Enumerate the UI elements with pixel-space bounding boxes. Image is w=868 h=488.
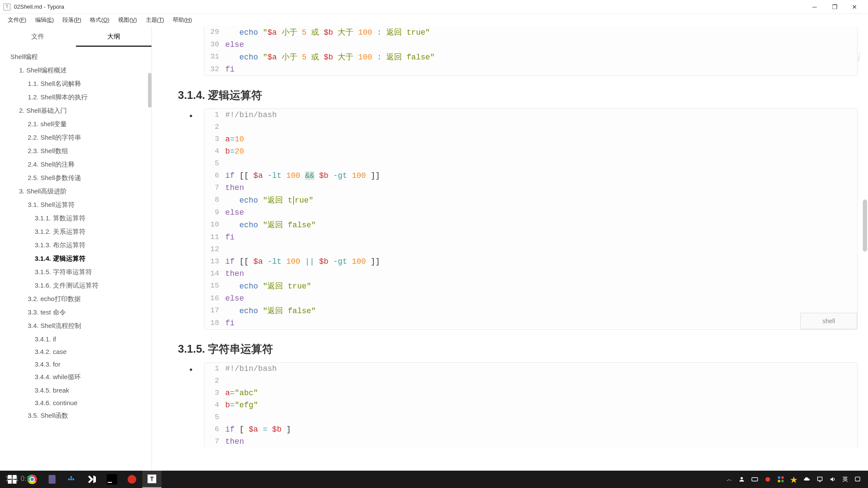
outline-item[interactable]: 3.4. Shell流程控制 <box>0 319 151 333</box>
outline-item[interactable]: 3.4.4. while循环 <box>0 370 151 384</box>
svg-rect-7 <box>72 478 74 480</box>
outline-tree[interactable]: Shell编程1. Shell编程概述1.1. Shell名词解释1.2. Sh… <box>0 47 151 471</box>
list-bullet: • <box>178 108 204 330</box>
tray-chevron-up-icon[interactable]: ︿ <box>727 475 732 483</box>
menu-view[interactable]: 视图(V) <box>114 14 141 26</box>
sidebar-scrollbar[interactable] <box>148 73 151 108</box>
tray-app-icon[interactable] <box>790 476 797 483</box>
code-block-315[interactable]: 1#!/bin/bash 2 3a="abc" 4b="efg" 5 6if [… <box>204 362 858 448</box>
svg-rect-18 <box>781 480 783 482</box>
minimize-button[interactable]: ─ <box>805 0 825 14</box>
outline-item[interactable]: 1.1. Shell名词解释 <box>0 77 151 91</box>
code-block-top[interactable]: 29 echo "$a 小于 5 或 $b 大于 100 : 返回 true" … <box>204 26 858 76</box>
outline-item[interactable]: 3.1.3. 布尔运算符 <box>0 239 151 252</box>
svg-rect-3 <box>13 480 16 484</box>
windows-taskbar: 1.41 0:14 T ︿ 英 <box>0 471 868 488</box>
outline-item[interactable]: 3.1.2. 关系运算符 <box>0 225 151 239</box>
taskbar-chrome-icon[interactable] <box>23 471 42 488</box>
outline-item[interactable]: 3.4.2. case <box>0 345 151 358</box>
code-lang-badge[interactable]: shell <box>800 313 857 329</box>
start-button[interactable] <box>3 471 22 488</box>
sidebar-tab-outline[interactable]: 大纲 <box>76 26 152 47</box>
svg-rect-17 <box>778 480 780 482</box>
svg-rect-13 <box>752 478 757 481</box>
svg-point-12 <box>740 477 743 479</box>
heading-314[interactable]: 3.1.4. 逻辑运算符 <box>178 88 858 102</box>
list-bullet <box>178 26 204 76</box>
svg-rect-19 <box>818 477 822 481</box>
svg-rect-1 <box>13 475 16 479</box>
outline-item[interactable]: 3.1.6. 文件测试运算符 <box>0 279 151 292</box>
outline-item[interactable]: 3. Shell高级进阶 <box>0 185 151 198</box>
svg-rect-10 <box>108 482 112 483</box>
tray-onedrive-icon[interactable] <box>803 476 810 483</box>
tray-volume-icon[interactable] <box>829 476 836 483</box>
tray-network-icon[interactable] <box>816 476 823 483</box>
outline-item[interactable]: 3.4.6. continue <box>0 396 151 409</box>
taskbar-typora-icon[interactable]: T <box>142 471 161 488</box>
outline-item[interactable]: 3.4.5. break <box>0 384 151 396</box>
outline-item[interactable]: 3.4.1. if <box>0 333 151 345</box>
outline-item[interactable]: 3.1.4. 逻辑运算符 <box>0 252 151 265</box>
menu-help[interactable]: 帮助(H) <box>168 14 196 26</box>
window-title: 02Shell.md - Typora <box>14 3 805 10</box>
outline-item[interactable]: 2.5. Shell参数传递 <box>0 171 151 185</box>
menu-paragraph[interactable]: 段落(P) <box>58 14 85 26</box>
window-titlebar: T 02Shell.md - Typora ─ ❐ ✕ <box>0 0 868 14</box>
tray-people-icon[interactable] <box>738 476 745 483</box>
outline-item[interactable]: 1. Shell编程概述 <box>0 64 151 77</box>
svg-rect-4 <box>49 475 56 484</box>
outline-item[interactable]: 3.5. Shell函数 <box>0 409 151 422</box>
sidebar: 文件 大纲 Shell编程1. Shell编程概述1.1. Shell名词解释1… <box>0 26 152 471</box>
outline-item[interactable]: 2. Shell基础入门 <box>0 104 151 118</box>
outline-item[interactable]: 2.1. shell变量 <box>0 118 151 131</box>
svg-rect-15 <box>778 476 780 478</box>
outline-item[interactable]: 2.2. Shell的字符串 <box>0 131 151 144</box>
outline-item[interactable]: 3.2. echo打印数据 <box>0 292 151 306</box>
sidebar-tab-file[interactable]: 文件 <box>0 26 76 47</box>
outline-item[interactable]: 2.4. Shell的注释 <box>0 158 151 171</box>
outline-item[interactable]: 2.3. Shell数组 <box>0 144 151 158</box>
maximize-button[interactable]: ❐ <box>825 0 845 14</box>
heading-315[interactable]: 3.1.5. 字符串运算符 <box>178 342 858 356</box>
taskbar-edge-icon[interactable] <box>122 471 141 488</box>
menu-theme[interactable]: 主题(T) <box>141 14 169 26</box>
close-button[interactable]: ✕ <box>845 0 865 14</box>
outline-item[interactable]: 3.4.3. for <box>0 358 151 370</box>
taskbar-vscode-icon[interactable] <box>82 471 102 488</box>
outline-item[interactable]: 1.2. Shell脚本的执行 <box>0 91 151 104</box>
editor-content[interactable]: 一岁就会写编程 bilibili 29 echo "$a 小于 5 或 $b 大… <box>152 26 868 471</box>
taskbar-jetbrains-icon[interactable] <box>102 471 122 488</box>
tray-notifications-icon[interactable] <box>854 476 861 483</box>
svg-rect-6 <box>70 478 72 480</box>
app-icon: T <box>3 3 10 10</box>
svg-rect-16 <box>781 476 783 478</box>
tray-grid-icon[interactable] <box>777 476 784 483</box>
svg-rect-2 <box>8 480 12 484</box>
list-bullet: • <box>178 362 204 448</box>
menu-file[interactable]: 文件(F) <box>3 14 31 26</box>
svg-rect-0 <box>8 475 12 479</box>
outline-item[interactable]: 3.1. Shell运算符 <box>0 198 151 212</box>
tray-keyboard-icon[interactable] <box>751 476 758 483</box>
outline-item[interactable]: 3.1.1. 算数运算符 <box>0 212 151 225</box>
outline-item[interactable]: 3.3. test 命令 <box>0 306 151 319</box>
menu-bar: 文件(F) 编辑(E) 段落(P) 格式(O) 视图(V) 主题(T) 帮助(H… <box>0 14 868 26</box>
svg-point-14 <box>766 477 770 482</box>
svg-rect-9 <box>107 474 117 485</box>
outline-item[interactable]: 3.1.5. 字符串运算符 <box>0 265 151 279</box>
code-block-314[interactable]: 1#!/bin/bash 2 3a=10 4b=20 5 6if [[ $a -… <box>204 108 858 330</box>
svg-rect-20 <box>855 477 860 481</box>
tray-ime-label[interactable]: 英 <box>842 475 848 483</box>
svg-rect-5 <box>68 478 70 480</box>
taskbar-notepad-icon[interactable] <box>43 471 62 488</box>
menu-format[interactable]: 格式(O) <box>85 14 114 26</box>
menu-edit[interactable]: 编辑(E) <box>31 14 58 26</box>
svg-point-11 <box>128 475 136 484</box>
svg-rect-8 <box>70 476 72 478</box>
content-scrollbar[interactable] <box>863 200 867 252</box>
outline-item[interactable]: Shell编程 <box>0 50 151 64</box>
taskbar-docker-icon[interactable] <box>62 471 82 488</box>
tray-record-icon[interactable] <box>764 476 771 483</box>
